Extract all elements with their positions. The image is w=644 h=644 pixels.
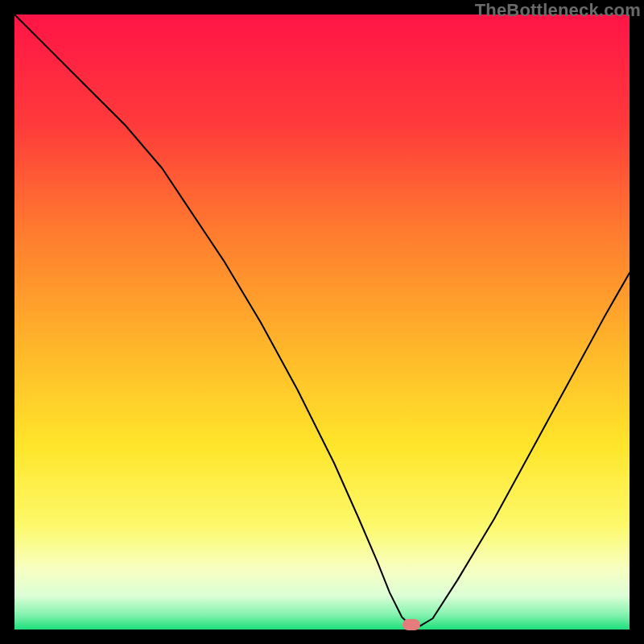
watermark-text: TheBottleneck.com: [475, 0, 641, 21]
bottleneck-curve: [14, 14, 630, 630]
plot-area: [14, 14, 630, 630]
optimal-marker: [402, 619, 420, 630]
chart-frame: TheBottleneck.com: [0, 0, 644, 644]
